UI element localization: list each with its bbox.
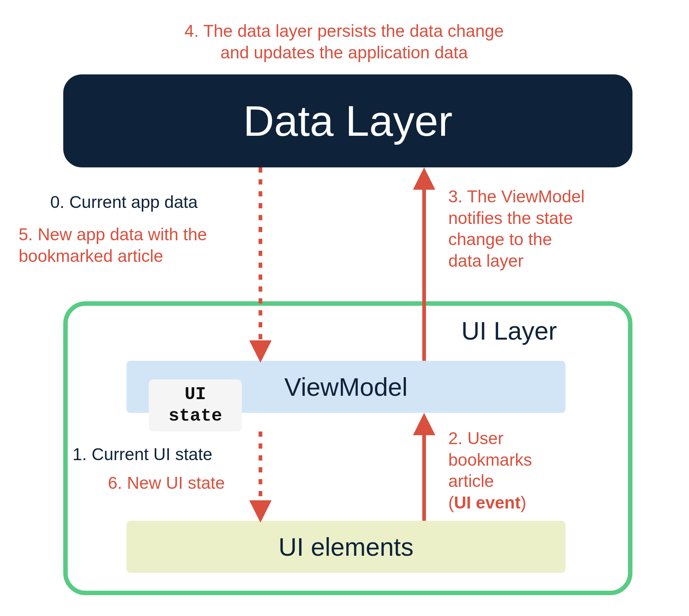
annotation-step4-line2: and updates the application data: [221, 43, 468, 62]
viewmodel-label: ViewModel: [284, 372, 407, 401]
ui-elements-box: UI elements: [126, 521, 565, 573]
annotation-step0: 0. Current app data: [50, 192, 198, 213]
ui-state-line1: UI: [185, 384, 206, 405]
ui-elements-label: UI elements: [279, 532, 414, 561]
ui-layer-label: UI Layer: [461, 316, 557, 345]
annotation-step5: 5. New app data with the bookmarked arti…: [19, 224, 207, 267]
ui-state-line2: state: [169, 405, 222, 427]
annotation-step6: 6. New UI state: [108, 472, 225, 494]
annotation-step1: 1. Current UI state: [73, 444, 212, 465]
annotation-step3: 3. The ViewModel notifies the state chan…: [448, 186, 585, 272]
data-layer-label: Data Layer: [243, 96, 453, 145]
annotation-step2: 2. User bookmarks article (UI event): [448, 428, 532, 513]
data-layer-box: Data Layer: [63, 74, 632, 167]
annotation-step4: 4. The data layer persists the data chan…: [149, 20, 539, 63]
ui-state-box: UI state: [149, 379, 242, 431]
diagram-canvas: 4. The data layer persists the data chan…: [0, 0, 689, 616]
annotation-step4-line1: 4. The data layer persists the data chan…: [185, 21, 504, 41]
